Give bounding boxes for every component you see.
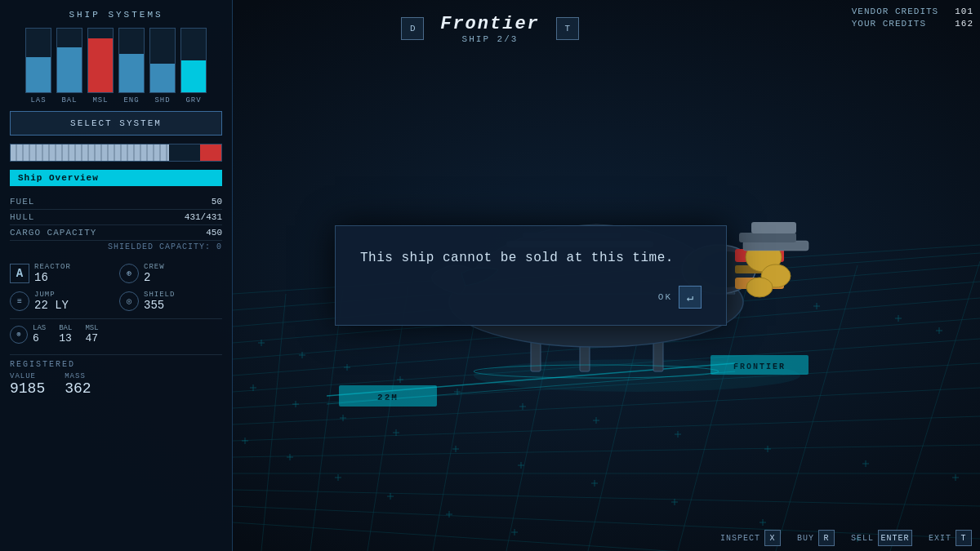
modal-message: This ship cannot be sold at this time.: [360, 251, 702, 265]
modal-ok-button[interactable]: ↵: [679, 286, 702, 309]
modal-box: This ship cannot be sold at this time. O…: [335, 225, 727, 326]
modal-ok-icon: ↵: [687, 291, 693, 304]
modal-overlay: This ship cannot be sold at this time. O…: [0, 0, 980, 551]
modal-ok-label: OK: [658, 292, 672, 302]
modal-footer: OK ↵: [360, 286, 702, 309]
